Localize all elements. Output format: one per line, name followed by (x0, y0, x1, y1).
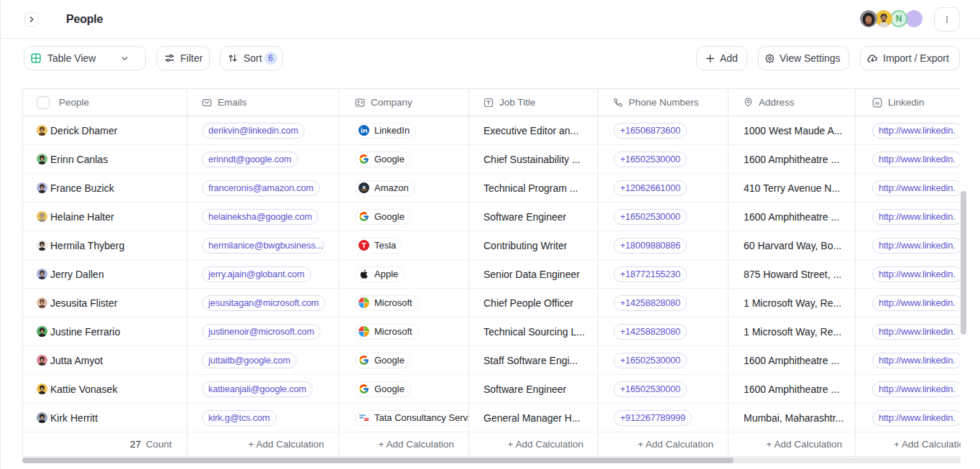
svg-text:N: N (896, 14, 902, 24)
svg-text:in: in (875, 100, 879, 105)
svg-text:tcs: tcs (365, 418, 369, 421)
